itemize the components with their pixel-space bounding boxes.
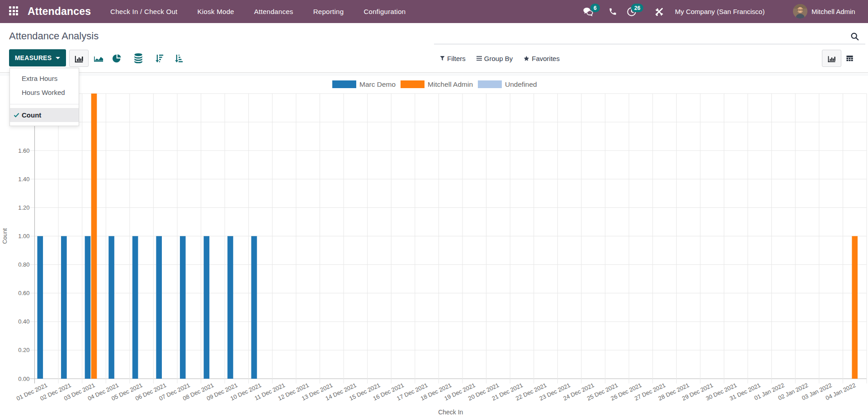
group-by-icon [476, 56, 482, 61]
measures-button[interactable]: MEASURES [9, 49, 66, 66]
bar-marc-demo-7[interactable] [204, 236, 210, 379]
bar-marc-demo-1[interactable] [61, 236, 67, 379]
bar-marc-demo-0[interactable] [37, 236, 43, 379]
chart-type-bar-button[interactable] [69, 50, 89, 67]
star-icon [524, 56, 529, 61]
page-title: Attendance Analysis [9, 30, 99, 42]
measures-button-label: MEASURES [15, 54, 52, 61]
avatar[interactable] [793, 4, 807, 19]
svg-text:1.40: 1.40 [18, 176, 29, 183]
control-panel-shadow [0, 73, 868, 76]
group-by-label: Group By [484, 55, 513, 62]
measures-menu-item-count[interactable]: Count [10, 108, 79, 122]
search-options: Filters Group By Favorites [440, 50, 560, 67]
svg-text:Count: Count [1, 228, 8, 244]
svg-text:1.00: 1.00 [18, 233, 29, 240]
svg-text:1.20: 1.20 [18, 204, 29, 211]
messages-badge[interactable]: 6 [590, 4, 600, 12]
measures-menu-item-extra-hours[interactable]: Extra Hours [10, 71, 79, 85]
group-by-button[interactable]: Group By [476, 55, 513, 62]
bar-marc-demo-8[interactable] [227, 236, 233, 379]
bar-marc-demo-4[interactable] [132, 236, 138, 379]
top-navbar: Attendances Check In / Check OutKiosk Mo… [0, 0, 868, 23]
filters-button[interactable]: Filters [440, 55, 466, 62]
measures-menu-item-hours-worked[interactable]: Hours Worked [10, 85, 79, 99]
menu-item-reporting[interactable]: Reporting [303, 0, 354, 23]
menu-divider [10, 104, 79, 104]
legend-label: Marc Demo [359, 80, 396, 88]
user-name[interactable]: Mitchell Admin [811, 0, 855, 23]
chart-type-pie-button[interactable] [108, 50, 126, 67]
legend-item-marc-demo[interactable]: Marc Demo [332, 80, 396, 88]
favorites-button[interactable]: Favorites [524, 55, 560, 62]
svg-text:1.60: 1.60 [18, 147, 29, 154]
bar-marc-demo-9[interactable] [251, 236, 257, 379]
bar-marc-demo-2[interactable] [85, 236, 91, 379]
svg-text:0.40: 0.40 [18, 318, 29, 325]
chart-legend: Marc DemoMitchell AdminUndefined [332, 80, 537, 88]
legend-swatch [478, 80, 502, 88]
bar-marc-demo-3[interactable] [108, 236, 114, 379]
measures-menu-item-label: Extra Hours [22, 75, 57, 82]
legend-label: Undefined [505, 80, 537, 88]
company-name[interactable]: My Company (San Francisco) [675, 0, 764, 23]
sort-descending-button[interactable] [150, 50, 168, 67]
bar-mitchell-admin-2[interactable] [91, 94, 97, 379]
measures-dropdown-menu: Extra HoursHours WorkedCount [9, 68, 79, 126]
stacked-toggle-button[interactable] [129, 50, 147, 67]
chart-type-line-button[interactable] [90, 50, 108, 67]
legend-item-mitchell-admin[interactable]: Mitchell Admin [401, 80, 473, 88]
check-icon [14, 112, 19, 118]
activities-badge[interactable]: 26 [631, 4, 643, 12]
debug-tools-icon[interactable] [655, 0, 664, 23]
svg-text:0.60: 0.60 [18, 290, 29, 296]
bar-marc-demo-5[interactable] [156, 236, 162, 379]
filter-icon [440, 56, 445, 61]
legend-swatch [401, 80, 425, 88]
search-input[interactable] [434, 44, 865, 44]
phone-icon[interactable] [609, 0, 617, 23]
graph-view-button[interactable] [822, 50, 841, 67]
bar-mitchell-admin-34[interactable] [852, 236, 858, 379]
app-title[interactable]: Attendances [28, 0, 91, 23]
sort-ascending-button[interactable] [169, 50, 187, 67]
menu-item-attendances[interactable]: Attendances [244, 0, 303, 23]
svg-text:0.00: 0.00 [18, 376, 29, 382]
menu-item-check-in-check-out[interactable]: Check In / Check Out [100, 0, 188, 23]
measures-menu-item-label: Hours Worked [22, 89, 65, 96]
svg-text:Check In: Check In [438, 409, 463, 416]
search-icon[interactable] [850, 32, 859, 41]
menu-item-kiosk-mode[interactable]: Kiosk Mode [188, 0, 244, 23]
measures-menu-item-label: Count [22, 111, 41, 119]
legend-label: Mitchell Admin [428, 80, 473, 88]
svg-text:0.20: 0.20 [18, 347, 29, 353]
favorites-label: Favorites [532, 55, 560, 62]
bar-marc-demo-6[interactable] [180, 236, 186, 379]
main-menu: Check In / Check OutKiosk ModeAttendance… [100, 0, 416, 23]
svg-text:0.80: 0.80 [18, 261, 29, 268]
menu-item-configuration[interactable]: Configuration [354, 0, 415, 23]
legend-swatch [332, 80, 356, 88]
filters-label: Filters [447, 55, 466, 62]
pivot-view-button[interactable] [843, 50, 856, 67]
view-switcher [822, 50, 856, 67]
apps-grid-icon[interactable] [9, 6, 19, 16]
caret-down-icon [56, 57, 60, 59]
legend-item-undefined[interactable]: Undefined [478, 80, 537, 88]
